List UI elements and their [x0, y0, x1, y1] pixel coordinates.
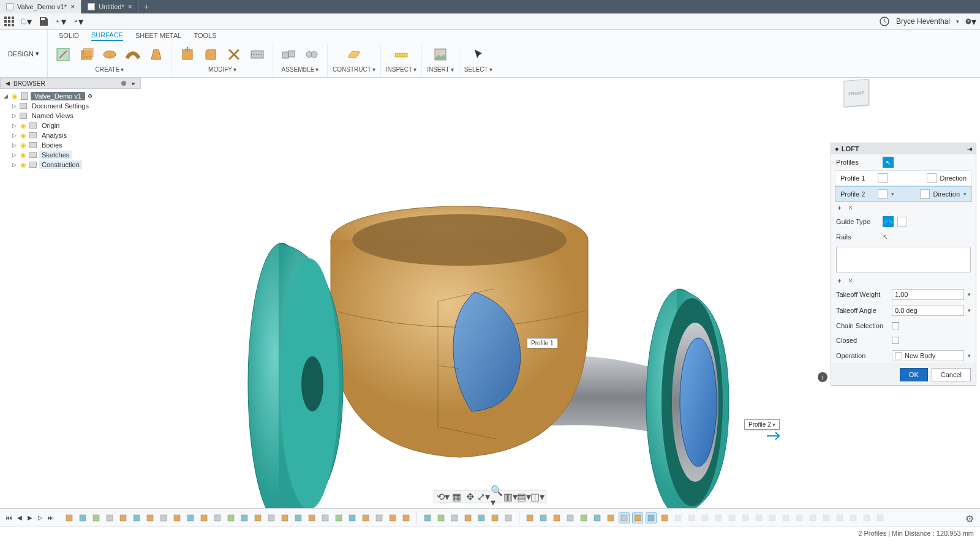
timeline-feature-icon[interactable]	[77, 512, 88, 523]
add-profile-icon[interactable]: ＋	[836, 203, 843, 212]
profiles-selection-button[interactable]: ↖	[883, 157, 894, 168]
timeline-feature-icon[interactable]	[422, 512, 433, 523]
timeline-feature-icon[interactable]	[592, 512, 603, 523]
ok-button[interactable]: OK	[900, 368, 928, 381]
select-tool-icon[interactable]	[468, 44, 489, 65]
manipulator-arrow-icon[interactable]	[766, 430, 784, 442]
document-tab[interactable]: Untitled* ×	[81, 0, 139, 13]
presspull-tool-icon[interactable]	[177, 44, 198, 65]
collapse-browser-icon[interactable]: ◀	[6, 80, 10, 86]
close-tab-icon[interactable]: ×	[128, 2, 132, 11]
timeline-feature-icon[interactable]	[91, 512, 102, 523]
timeline-feature-icon[interactable]	[632, 512, 643, 523]
redo-icon[interactable]: ▾	[72, 16, 83, 27]
document-tab-active[interactable]: Valve_Demo v1* ×	[0, 0, 81, 13]
zoom-icon[interactable]: ⤢▾	[478, 492, 488, 501]
viewcube[interactable]: FRONT	[843, 80, 876, 113]
joint-tool-icon[interactable]	[301, 44, 322, 65]
loft-profile-1-row[interactable]: Profile 1 Direction	[835, 170, 972, 186]
timeline-feature-icon[interactable]	[401, 512, 412, 523]
tree-item-bodies[interactable]: ▷◉ Bodies	[2, 140, 138, 150]
takeoff-weight-input[interactable]: 1.00	[892, 289, 964, 300]
timeline-feature-icon-future[interactable]	[686, 512, 697, 523]
tree-item-document-settings[interactable]: ▷ Document Settings	[2, 101, 138, 111]
timeline-feature-icon[interactable]	[198, 512, 209, 523]
data-panel-icon[interactable]	[4, 16, 15, 27]
chevron-down-icon[interactable]: ▾	[963, 191, 967, 197]
timeline-feature-icon-future[interactable]	[794, 512, 805, 523]
guide-rails-button[interactable]: ⟋⟍	[883, 216, 894, 227]
add-rail-icon[interactable]: ＋	[836, 276, 843, 285]
trim-tool-icon[interactable]	[224, 44, 244, 65]
timeline-feature-icon[interactable]	[489, 512, 500, 523]
rails-listbox[interactable]	[836, 247, 971, 272]
timeline-feature-icon[interactable]	[565, 512, 576, 523]
timeline-feature-icon[interactable]	[239, 512, 250, 523]
timeline-feature-icon[interactable]	[320, 512, 331, 523]
timeline-feature-icon[interactable]	[104, 512, 115, 523]
tree-root[interactable]: ◢◉ Valve_Demo v1 ⚙	[2, 91, 138, 101]
timeline-end-icon[interactable]: ⏭	[47, 514, 55, 522]
direction-mode-icon[interactable]	[920, 189, 930, 199]
plane-tool-icon[interactable]	[344, 44, 364, 65]
help-icon[interactable]: ?▾	[965, 16, 976, 27]
cancel-button[interactable]: Cancel	[932, 368, 971, 381]
undo-icon[interactable]: ▾	[55, 16, 66, 27]
timeline-feature-icon[interactable]	[172, 512, 183, 523]
timeline-feature-icon[interactable]	[118, 512, 129, 523]
viewcube-face-front[interactable]: FRONT	[843, 79, 869, 107]
look-at-icon[interactable]: ▦	[451, 492, 461, 501]
timeline-feature-icon[interactable]	[185, 512, 196, 523]
timeline-feature-icon-future[interactable]	[875, 512, 886, 523]
timeline-feature-icon-future[interactable]	[713, 512, 724, 523]
ribbon-tab-surface[interactable]: SURFACE	[91, 31, 123, 41]
measure-tool-icon[interactable]	[391, 44, 412, 65]
group-label-create[interactable]: CREATE ▾	[96, 66, 124, 73]
job-status-icon[interactable]	[879, 16, 890, 27]
pin-dialog-icon[interactable]: ⇥	[967, 146, 972, 152]
timeline-feature-icon[interactable]	[503, 512, 514, 523]
pan-icon[interactable]: ✥	[465, 492, 475, 501]
timeline-feature-icon[interactable]	[131, 512, 142, 523]
timeline-feature-icon[interactable]	[387, 512, 398, 523]
info-icon[interactable]: i	[818, 372, 827, 382]
timeline-feature-icon[interactable]	[476, 512, 487, 523]
timeline-settings-icon[interactable]: ⚙	[965, 513, 975, 523]
tree-item-named-views[interactable]: ▷ Named Views	[2, 111, 138, 121]
timeline-feature-icon[interactable]	[225, 512, 236, 523]
timeline-feature-icon-future[interactable]	[848, 512, 859, 523]
timeline-feature-icon[interactable]	[551, 512, 562, 523]
component-tool-icon[interactable]	[278, 44, 299, 65]
profile-2-tag[interactable]: Profile 2	[744, 419, 780, 430]
timeline-feature-icon-future[interactable]	[834, 512, 845, 523]
group-label-insert[interactable]: INSERT ▾	[427, 66, 454, 73]
orbit-icon[interactable]: ⟲▾	[438, 492, 448, 501]
group-label-select[interactable]: SELECT ▾	[464, 66, 492, 73]
timeline-feature-icon-future[interactable]	[753, 512, 764, 523]
loft-tool-icon[interactable]	[146, 44, 167, 65]
tree-item-analysis[interactable]: ▷◉ Analysis	[2, 130, 138, 140]
timeline-start-icon[interactable]: ⏮	[5, 514, 13, 522]
timeline-feature-icon[interactable]	[347, 512, 358, 523]
timeline-feature-icon[interactable]	[279, 512, 290, 523]
grid-settings-icon[interactable]: ▤▾	[519, 492, 529, 501]
new-tab-button[interactable]: +	[139, 0, 154, 13]
timeline-feature-icon-future[interactable]	[767, 512, 778, 523]
timeline-feature-icon[interactable]	[619, 512, 630, 523]
ribbon-tab-solid[interactable]: SOLID	[59, 32, 79, 40]
stitch-tool-icon[interactable]	[247, 44, 268, 65]
timeline-feature-icon-future[interactable]	[740, 512, 751, 523]
fillet-tool-icon[interactable]	[200, 44, 221, 65]
profile-1-tag[interactable]: Profile 1	[527, 338, 558, 348]
save-icon[interactable]	[38, 16, 49, 27]
display-settings-icon[interactable]: ▥▾	[505, 492, 515, 501]
chevron-down-icon[interactable]: ▾	[891, 191, 894, 197]
timeline-feature-icon[interactable]	[64, 512, 75, 523]
timeline-feature-icon[interactable]	[605, 512, 616, 523]
timeline-feature-icon-future[interactable]	[726, 512, 737, 523]
timeline-feature-icon[interactable]	[435, 512, 447, 523]
extrude-tool-icon[interactable]	[76, 44, 97, 65]
takeoff-angle-input[interactable]: 0.0 deg	[892, 305, 964, 316]
guide-centerline-button[interactable]	[897, 217, 907, 227]
timeline-feature-icon[interactable]	[462, 512, 473, 523]
